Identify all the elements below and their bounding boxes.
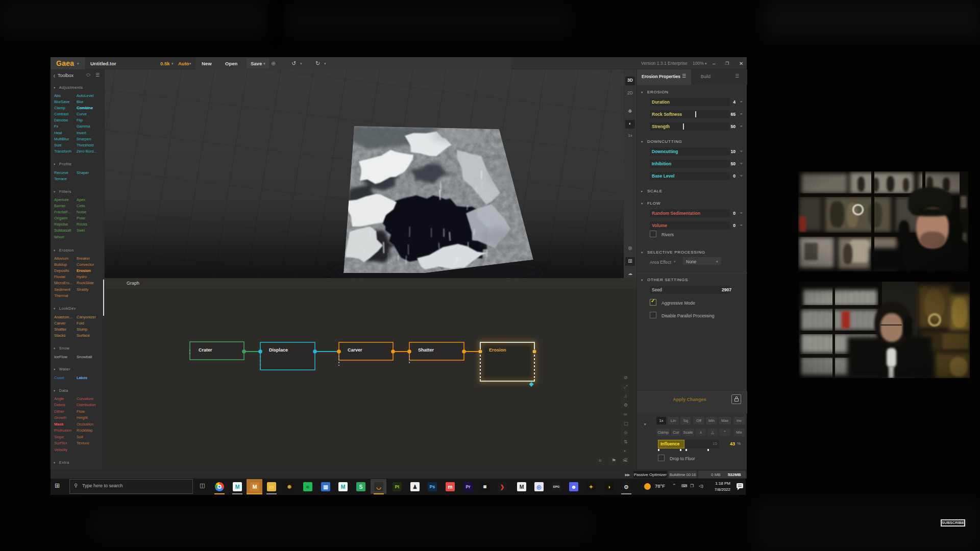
svg-text:Carver: Carver (348, 347, 362, 353)
svg-text:Crater: Crater (199, 347, 212, 353)
svg-text:Displace: Displace (269, 347, 288, 353)
svg-text:Shatter: Shatter (418, 347, 434, 353)
svg-text:Erosion: Erosion (489, 347, 506, 353)
